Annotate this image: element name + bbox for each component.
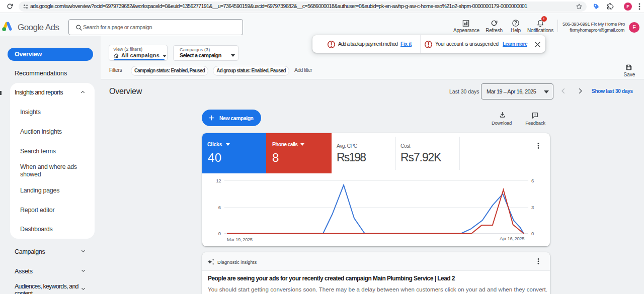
svg-text:0: 0 — [218, 231, 221, 236]
svg-text:Apr 16, 2025: Apr 16, 2025 — [500, 236, 524, 241]
svg-text:6: 6 — [531, 178, 534, 183]
svg-text:6: 6 — [218, 205, 221, 210]
svg-text:12: 12 — [216, 178, 221, 183]
svg-text:3: 3 — [531, 205, 534, 210]
svg-text:Mar 19, 2025: Mar 19, 2025 — [227, 237, 253, 242]
svg-text:0: 0 — [531, 231, 534, 236]
